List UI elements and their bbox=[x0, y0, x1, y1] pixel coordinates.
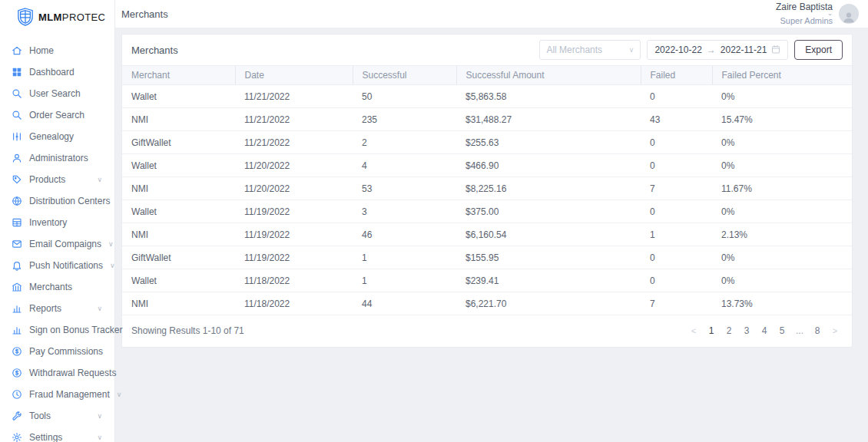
table-cell: 46 bbox=[353, 223, 456, 246]
table-cell: $8,225.16 bbox=[456, 177, 641, 200]
table-cell: 11/20/2022 bbox=[235, 154, 353, 177]
sidebar-item-label: Inventory bbox=[29, 218, 107, 228]
export-button[interactable]: Export bbox=[794, 40, 843, 60]
pagination-page-3[interactable]: 3 bbox=[739, 323, 754, 338]
card-title: Merchants bbox=[131, 45, 178, 56]
table-cell: $239.41 bbox=[456, 269, 641, 292]
bar-chart-icon bbox=[11, 325, 22, 336]
table-cell: 1 bbox=[353, 246, 456, 269]
pagination-page-4[interactable]: 4 bbox=[757, 323, 772, 338]
chevron-down-icon: ∨ bbox=[97, 433, 107, 442]
table-body: Wallet11/21/202250$5,863.5800%NMI11/21/2… bbox=[122, 85, 852, 315]
sidebar-item-distribution-centers[interactable]: Distribution Centers bbox=[0, 190, 114, 212]
sidebar-item-label: Withdrawal Requests bbox=[29, 368, 116, 378]
pagination-page-8[interactable]: 8 bbox=[810, 323, 825, 338]
table-cell: 43 bbox=[641, 108, 712, 131]
table-cell: Wallet bbox=[122, 154, 235, 177]
sidebar-item-label: Reports bbox=[29, 304, 90, 314]
table-cell: GiftWallet bbox=[122, 131, 235, 154]
sidebar-item-email-compaigns[interactable]: Email Compaigns∨ bbox=[0, 233, 114, 255]
sidebar-nav: HomeDashboardUser SearchOrder SearchGene… bbox=[0, 37, 114, 442]
sidebar-item-genealogy[interactable]: Genealogy bbox=[0, 126, 114, 147]
sidebar-item-label: Push Notifications bbox=[29, 261, 103, 271]
sidebar-item-settings[interactable]: Settings∨ bbox=[0, 427, 114, 442]
merchant-select[interactable]: All Merchants ∨ bbox=[539, 40, 641, 60]
topbar: Merchants Zaire Baptista ⌄ Super Admins bbox=[115, 0, 868, 28]
sidebar-item-dashboard[interactable]: Dashboard bbox=[0, 61, 114, 83]
user-name: Zaire Baptista bbox=[776, 2, 833, 12]
chevron-down-icon: ∨ bbox=[110, 261, 120, 271]
globe-icon bbox=[11, 196, 22, 207]
column-header-successful: Successful bbox=[353, 66, 456, 85]
sidebar-item-label: Products bbox=[29, 175, 90, 185]
table-cell: 11/18/2022 bbox=[235, 269, 353, 292]
table-row: GiftWallet11/19/20221$155.9500% bbox=[122, 246, 852, 269]
table-row: NMI11/19/202246$6,160.5412.13% bbox=[122, 223, 852, 246]
sidebar-item-label: User Search bbox=[29, 89, 107, 99]
sidebar-item-pay-commissions[interactable]: Pay Commissions bbox=[0, 341, 114, 362]
sidebar-item-inventory[interactable]: Inventory bbox=[0, 212, 114, 233]
sidebar-item-label: Dashboard bbox=[29, 68, 107, 78]
dollar-circle-icon bbox=[11, 368, 22, 379]
chevron-down-icon: ∨ bbox=[97, 411, 107, 421]
table-cell: GiftWallet bbox=[122, 246, 235, 269]
table-row: Wallet11/19/20223$375.0000% bbox=[122, 200, 852, 223]
shield-logo-icon bbox=[17, 8, 34, 26]
sidebar-item-label: Order Search bbox=[29, 110, 107, 120]
sidebar-item-merchants[interactable]: Merchants bbox=[0, 276, 114, 298]
person-icon bbox=[842, 10, 856, 24]
pagination-page-1[interactable]: 1 bbox=[704, 323, 719, 338]
sidebar-item-home[interactable]: Home bbox=[0, 40, 114, 61]
sidebar-item-label: Administrators bbox=[29, 153, 107, 163]
table-cell: NMI bbox=[122, 223, 235, 246]
table-cell: 0 bbox=[641, 85, 712, 108]
sidebar-item-push-notifications[interactable]: Push Notifications∨ bbox=[0, 255, 114, 276]
table-row: Wallet11/21/202250$5,863.5800% bbox=[122, 85, 852, 108]
sidebar-item-user-search[interactable]: User Search bbox=[0, 83, 114, 104]
sidebar-item-products[interactable]: Products∨ bbox=[0, 169, 114, 190]
pagination-prev-button[interactable]: < bbox=[686, 323, 701, 338]
table-cell: Wallet bbox=[122, 200, 235, 223]
date-range-picker[interactable]: 2022-10-22 → 2022-11-21 bbox=[647, 40, 788, 60]
bell-icon bbox=[11, 260, 22, 272]
table-cell: 0% bbox=[712, 85, 852, 108]
chevron-down-icon: ∨ bbox=[97, 304, 107, 314]
table-header-row: MerchantDateSuccessfulSuccessful AmountF… bbox=[122, 66, 852, 85]
brand-logo[interactable]: MLMPROTEC bbox=[0, 0, 114, 37]
table-cell: $6,160.54 bbox=[456, 223, 641, 246]
table-cell: 11/19/2022 bbox=[235, 223, 353, 246]
sidebar-item-fraud-management[interactable]: Fraud Management∨ bbox=[0, 384, 114, 405]
sidebar-item-sign-on-bonus-tracker[interactable]: Sign on Bonus Tracker bbox=[0, 319, 114, 341]
sidebar-item-label: Merchants bbox=[29, 282, 107, 292]
table-cell: 7 bbox=[641, 292, 712, 315]
sidebar-item-order-search[interactable]: Order Search bbox=[0, 104, 114, 126]
table-cell: $155.95 bbox=[456, 246, 641, 269]
user-role: Super Admins bbox=[776, 16, 833, 25]
search-icon bbox=[11, 110, 22, 121]
sidebar-item-withdrawal-requests[interactable]: Withdrawal Requests bbox=[0, 362, 114, 384]
merchants-card: Merchants All Merchants ∨ 2022-10-22 → 2… bbox=[121, 34, 853, 348]
results-summary: Showing Results 1-10 of 71 bbox=[131, 325, 244, 336]
table-cell: 44 bbox=[353, 292, 456, 315]
table-cell: Wallet bbox=[122, 85, 235, 108]
table-cell: $6,221.70 bbox=[456, 292, 641, 315]
card-header: Merchants All Merchants ∨ 2022-10-22 → 2… bbox=[122, 35, 852, 65]
pagination-next-button[interactable]: > bbox=[827, 323, 843, 338]
table-cell: 11/19/2022 bbox=[235, 200, 353, 223]
sidebar-item-label: Settings bbox=[29, 433, 90, 442]
chevron-down-icon: ∨ bbox=[117, 390, 127, 400]
sidebar-item-tools[interactable]: Tools∨ bbox=[0, 405, 114, 427]
table-row: Wallet11/20/20224$466.9000% bbox=[122, 154, 852, 177]
table-cell: 235 bbox=[353, 108, 456, 131]
avatar[interactable] bbox=[839, 4, 859, 24]
sidebar-item-administrators[interactable]: Administrators bbox=[0, 147, 114, 169]
pagination-page-5[interactable]: 5 bbox=[774, 323, 790, 338]
user-menu[interactable]: Zaire Baptista ⌄ Super Admins bbox=[776, 2, 859, 25]
sidebar-item-reports[interactable]: Reports∨ bbox=[0, 298, 114, 319]
table-cell: 0% bbox=[712, 246, 852, 269]
wrench-icon bbox=[11, 411, 22, 422]
dollar-circle-icon bbox=[11, 346, 22, 358]
table-cell: 7 bbox=[641, 177, 712, 200]
pagination-page-2[interactable]: 2 bbox=[721, 323, 737, 338]
bar-chart-icon bbox=[11, 303, 22, 315]
